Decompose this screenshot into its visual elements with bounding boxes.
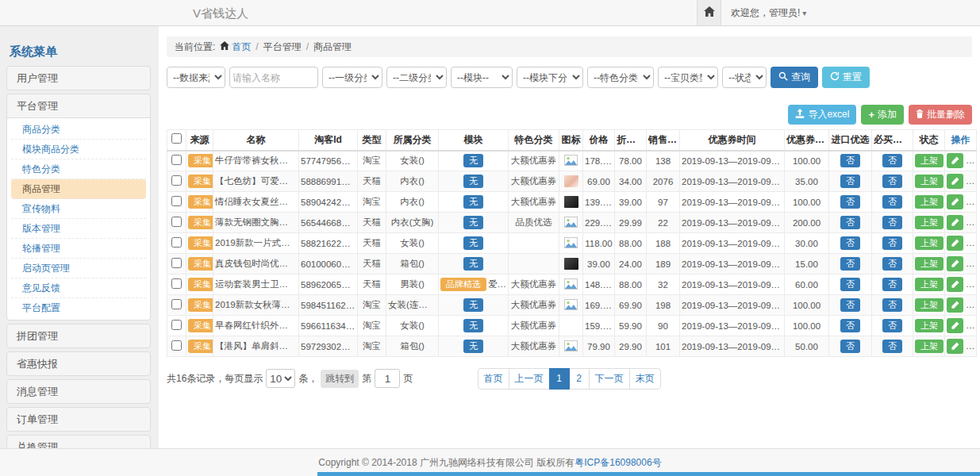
import-excel-button[interactable]: 导入excel: [788, 105, 856, 125]
must-buy-toggle[interactable]: 否: [882, 154, 902, 167]
import-select-toggle[interactable]: 否: [840, 175, 860, 188]
edit-button[interactable]: [947, 153, 963, 168]
sidebar-item[interactable]: 宣传物料: [11, 199, 146, 219]
sidebar-item[interactable]: 商品管理: [11, 179, 146, 199]
page-button[interactable]: 2: [569, 368, 590, 390]
filter-feature-category[interactable]: --特色分类--: [587, 67, 654, 88]
sidebar-item[interactable]: 版本管理: [11, 219, 146, 239]
module-badge[interactable]: 无: [463, 216, 483, 229]
sidebar-item[interactable]: 启动页管理: [11, 259, 146, 278]
edit-button[interactable]: [947, 298, 963, 313]
must-buy-toggle[interactable]: 否: [882, 340, 902, 353]
import-select-toggle[interactable]: 否: [840, 154, 860, 167]
sidebar-item[interactable]: 轮播管理: [11, 239, 146, 259]
filter-name-input[interactable]: [229, 67, 318, 88]
row-checkbox[interactable]: [171, 320, 182, 330]
icp-link[interactable]: 粤ICP备16098006号: [575, 456, 661, 470]
sidebar-item[interactable]: 平台配置: [11, 298, 146, 318]
edit-button[interactable]: [947, 194, 963, 209]
per-page-select[interactable]: 10: [266, 369, 295, 388]
import-select-toggle[interactable]: 否: [840, 319, 860, 332]
status-toggle[interactable]: 上架: [915, 340, 943, 353]
sidebar-section-header[interactable]: 平台管理: [7, 94, 150, 117]
row-checkbox[interactable]: [171, 196, 182, 206]
home-button[interactable]: [697, 0, 721, 25]
reset-button[interactable]: 重置: [822, 67, 870, 88]
sidebar-section-header[interactable]: 用户管理: [7, 67, 150, 90]
sidebar-item[interactable]: 意见反馈: [11, 278, 146, 298]
page-button[interactable]: 上一页: [509, 368, 550, 390]
module-badge[interactable]: 品牌精选: [440, 278, 486, 291]
sidebar-section-header[interactable]: 消息管理: [7, 380, 150, 403]
breadcrumb-home-link[interactable]: 首页: [220, 40, 251, 54]
import-select-toggle[interactable]: 否: [840, 298, 860, 312]
add-button[interactable]: +添加: [861, 105, 904, 125]
row-checkbox[interactable]: [171, 340, 182, 351]
module-badge[interactable]: 无: [463, 319, 483, 332]
user-menu[interactable]: 欢迎您，管理员!▾: [721, 6, 980, 20]
filter-data-source[interactable]: --数据来源--: [167, 67, 225, 88]
status-toggle[interactable]: 上架: [915, 216, 943, 229]
edit-button[interactable]: [947, 318, 963, 333]
module-badge[interactable]: 无: [463, 257, 483, 271]
sidebar-item[interactable]: 模块商品分类: [11, 140, 146, 159]
edit-button[interactable]: [947, 256, 963, 271]
page-button[interactable]: 下一页: [589, 368, 630, 390]
must-buy-toggle[interactable]: 否: [882, 175, 902, 188]
import-select-toggle[interactable]: 否: [840, 257, 860, 271]
row-checkbox[interactable]: [171, 155, 182, 165]
status-toggle[interactable]: 上架: [915, 278, 943, 291]
status-toggle[interactable]: 上架: [915, 298, 943, 312]
status-toggle[interactable]: 上架: [915, 257, 943, 271]
status-toggle[interactable]: 上架: [915, 319, 943, 332]
must-buy-toggle[interactable]: 否: [882, 216, 902, 229]
edit-button[interactable]: [947, 215, 963, 230]
edit-button[interactable]: [947, 174, 963, 189]
status-toggle[interactable]: 上架: [915, 236, 943, 250]
filter-item-type[interactable]: --宝贝类型--: [658, 67, 718, 88]
filter-level2-category[interactable]: --二级分类--: [386, 67, 447, 88]
row-checkbox[interactable]: [171, 237, 182, 248]
sidebar-section-header[interactable]: 订单管理: [7, 408, 150, 431]
must-buy-toggle[interactable]: 否: [882, 236, 902, 250]
row-checkbox[interactable]: [171, 175, 182, 186]
row-checkbox[interactable]: [171, 258, 182, 268]
sidebar-item[interactable]: 特色分类: [11, 159, 146, 179]
edit-button[interactable]: [947, 277, 963, 292]
sidebar-item[interactable]: 商品分类: [11, 120, 146, 140]
row-checkbox[interactable]: [171, 217, 182, 227]
module-badge[interactable]: 无: [463, 236, 483, 250]
page-button[interactable]: 首页: [478, 368, 509, 390]
row-checkbox[interactable]: [171, 278, 182, 289]
must-buy-toggle[interactable]: 否: [882, 319, 902, 332]
must-buy-toggle[interactable]: 否: [882, 298, 902, 312]
jump-page-input[interactable]: [375, 369, 400, 388]
status-toggle[interactable]: 上架: [915, 154, 943, 167]
page-button[interactable]: 1: [549, 368, 570, 390]
search-button[interactable]: 查询: [771, 67, 818, 88]
import-select-toggle[interactable]: 否: [840, 278, 860, 291]
module-badge[interactable]: 无: [463, 154, 483, 167]
must-buy-toggle[interactable]: 否: [882, 257, 902, 271]
row-checkbox[interactable]: [171, 299, 182, 309]
batch-delete-button[interactable]: 批量删除: [909, 105, 972, 125]
import-select-toggle[interactable]: 否: [840, 195, 860, 209]
filter-level1-category[interactable]: --一级分类--: [322, 67, 382, 88]
must-buy-toggle[interactable]: 否: [882, 195, 902, 209]
must-buy-toggle[interactable]: 否: [882, 278, 902, 291]
module-badge[interactable]: 无: [463, 340, 483, 353]
sidebar-section-header[interactable]: 省惠快报: [7, 352, 150, 375]
module-badge[interactable]: 无: [463, 175, 483, 188]
import-select-toggle[interactable]: 否: [840, 340, 860, 353]
filter-module[interactable]: --模块--: [451, 67, 513, 88]
module-badge[interactable]: 无: [463, 298, 483, 312]
sidebar-section-header[interactable]: 拼团管理: [7, 324, 150, 347]
filter-status[interactable]: --状态--: [722, 67, 767, 88]
module-badge[interactable]: 无: [463, 195, 483, 209]
select-all-checkbox[interactable]: [171, 133, 182, 144]
page-button[interactable]: 末页: [629, 368, 661, 390]
filter-module-sub-category[interactable]: --模块下分类--: [517, 67, 583, 88]
edit-button[interactable]: [947, 339, 963, 354]
status-toggle[interactable]: 上架: [915, 175, 943, 188]
import-select-toggle[interactable]: 否: [840, 236, 860, 250]
